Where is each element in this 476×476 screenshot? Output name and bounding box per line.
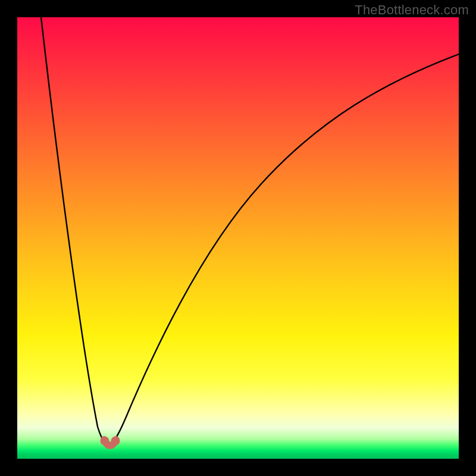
chart-frame: TheBottleneck.com [0,0,476,476]
plot-area [17,17,459,459]
watermark-text: TheBottleneck.com [355,2,469,18]
bottleneck-curve [41,17,459,443]
min-marker-right [111,437,120,446]
bottleneck-curve-layer [17,17,459,459]
min-marker-left [101,437,109,446]
